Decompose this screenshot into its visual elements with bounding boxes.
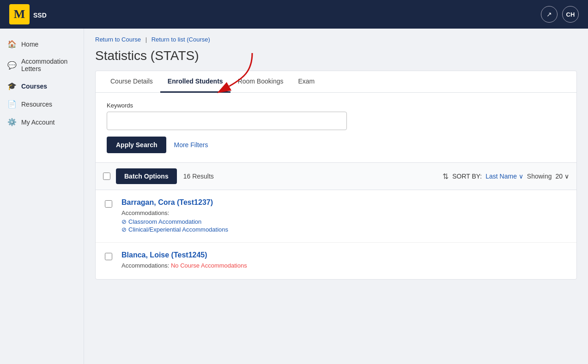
- main-content: Return to Course | Return to list (Cours…: [84, 29, 588, 364]
- student-2-acc-label: Accommodations: No Course Accommodations: [121, 262, 565, 269]
- tab-course-details[interactable]: Course Details: [103, 71, 160, 93]
- logo-ssd-text: SSD: [33, 12, 47, 19]
- student-item: Barragan, Cora (Test1237) Accommodations…: [96, 190, 576, 243]
- resources-icon: 📄: [7, 100, 17, 108]
- sidebar-item-courses-label: Courses: [21, 83, 47, 90]
- return-to-course-link[interactable]: Return to Course: [95, 36, 141, 43]
- search-section: Keywords Apply Search More Filters: [96, 93, 576, 163]
- sidebar-item-myaccount-label: My Account: [21, 119, 55, 126]
- header-right: ↗ CH: [541, 6, 579, 23]
- tab-exam[interactable]: Exam: [291, 71, 322, 93]
- student-1-acc-label: Accommodations:: [121, 209, 565, 216]
- external-link-icon: ↗: [546, 11, 552, 18]
- return-to-list-link[interactable]: Return to list (Course): [152, 36, 210, 43]
- sidebar-item-resources[interactable]: 📄 Resources: [0, 95, 84, 113]
- header: M SSD ↗ CH: [0, 0, 588, 29]
- sidebar-item-accommodation-letters[interactable]: 💬 Accommodation Letters: [0, 53, 84, 77]
- sort-controls: ⇅ SORT BY: Last Name ∨ Showing 20 ∨: [443, 172, 569, 181]
- my-account-icon: ⚙️: [7, 118, 17, 126]
- tab-enrolled-students[interactable]: Enrolled Students: [160, 71, 230, 93]
- sort-by-label: SORT BY:: [452, 173, 482, 180]
- keywords-label: Keywords: [107, 102, 565, 109]
- student-item: Blanca, Loise (Test1245) Accommodations:…: [96, 243, 576, 279]
- sidebar-item-home[interactable]: 🏠 Home: [0, 35, 84, 53]
- main-card: Course Details Enrolled Students Room Bo…: [95, 71, 577, 280]
- header-logo: M SSD: [9, 4, 47, 24]
- page-title: Statistics (STATS): [95, 48, 577, 63]
- courses-icon: 🎓: [7, 82, 17, 90]
- avatar-initials: CH: [566, 11, 575, 18]
- student-2-name[interactable]: Blanca, Loise (Test1245): [121, 251, 565, 259]
- apply-search-button[interactable]: Apply Search: [107, 137, 166, 153]
- sidebar-item-courses[interactable]: 🎓 Courses: [0, 77, 84, 95]
- tabs: Course Details Enrolled Students Room Bo…: [96, 71, 576, 93]
- sidebar-item-home-label: Home: [21, 41, 38, 48]
- search-buttons: Apply Search More Filters: [107, 137, 565, 153]
- sort-select[interactable]: Last Name ∨: [485, 173, 523, 180]
- results-count: 16 Results: [183, 173, 214, 180]
- home-icon: 🏠: [7, 40, 17, 48]
- no-accommodation-text: No Course Accommodations: [171, 262, 247, 269]
- breadcrumb-separator: |: [145, 36, 147, 43]
- sidebar-item-resources-label: Resources: [21, 101, 52, 108]
- showing-select[interactable]: 20 ∨: [556, 173, 569, 180]
- showing-label: Showing: [527, 173, 552, 180]
- student-1-acc-1[interactable]: ⊘ Classroom Accommodation: [121, 218, 565, 225]
- layout: 🏠 Home 💬 Accommodation Letters 🎓 Courses…: [0, 29, 588, 364]
- logo-m-letter: M: [9, 4, 30, 24]
- list-controls: Batch Options 16 Results ⇅ SORT BY: Last…: [96, 163, 576, 190]
- tab-room-bookings[interactable]: Room Bookings: [230, 71, 291, 93]
- batch-options-button[interactable]: Batch Options: [116, 168, 177, 184]
- external-link-button[interactable]: ↗: [541, 6, 558, 23]
- sort-icon: ⇅: [443, 172, 449, 181]
- acc-check-icon-2: ⊘: [121, 226, 127, 233]
- avatar-button[interactable]: CH: [562, 6, 579, 23]
- keywords-input[interactable]: [107, 112, 347, 130]
- acc-check-icon-1: ⊘: [121, 218, 127, 225]
- more-filters-button[interactable]: More Filters: [172, 138, 210, 151]
- breadcrumb: Return to Course | Return to list (Cours…: [95, 36, 577, 43]
- sidebar-item-my-account[interactable]: ⚙️ My Account: [0, 113, 84, 131]
- student-1-name[interactable]: Barragan, Cora (Test1237): [121, 198, 565, 207]
- accommodation-letters-icon: 💬: [7, 61, 17, 70]
- student-1-acc-2[interactable]: ⊘ Clinical/Experiential Accommodations: [121, 226, 565, 233]
- select-all-checkbox[interactable]: [103, 173, 110, 180]
- student-1-checkbox[interactable]: [105, 200, 112, 208]
- student-2-checkbox[interactable]: [105, 253, 112, 260]
- sidebar-item-accommodation-label: Accommodation Letters: [21, 58, 76, 72]
- sidebar: 🏠 Home 💬 Accommodation Letters 🎓 Courses…: [0, 29, 84, 364]
